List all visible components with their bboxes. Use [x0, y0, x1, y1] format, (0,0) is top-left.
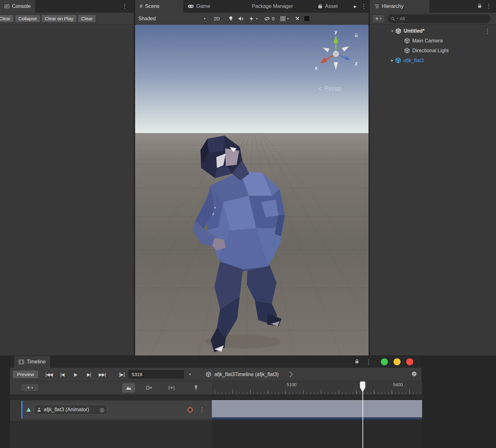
scene-audio-toggle[interactable]: [238, 16, 244, 21]
add-object-button[interactable]: + ▾: [372, 15, 384, 23]
scene-toolbar: Shaded ▾ 2D ▾ 0 ▾: [135, 13, 369, 25]
scene-tools-button[interactable]: [295, 16, 300, 21]
grid-settings-dropdown[interactable]: ▾: [280, 16, 289, 21]
traffic-light-red[interactable]: [406, 358, 413, 365]
camera-preview-swatch[interactable]: [304, 16, 309, 21]
tab-asset-store[interactable]: Asset: [313, 0, 351, 13]
hierarchy-item-main-camera[interactable]: Main Camera: [370, 36, 496, 46]
animation-track-row[interactable]: afjk_flat3 (Animator) ◎ ⋮: [21, 401, 212, 419]
tab-hierarchy[interactable]: Hierarchy: [370, 0, 429, 13]
gizmo-z-label: z: [355, 61, 357, 66]
view-mode-arrow-icon: <: [318, 85, 322, 92]
animation-clip-footer: [212, 417, 422, 420]
hierarchy-lock-icon[interactable]: [477, 3, 482, 10]
add-track-button[interactable]: + ▾: [21, 383, 39, 392]
search-filter-arrow-icon[interactable]: ▾: [397, 17, 398, 20]
hierarchy-search-input[interactable]: [400, 16, 487, 21]
clear-secondary-button[interactable]: Clear: [78, 15, 96, 22]
console-log-area[interactable]: [0, 25, 134, 355]
clear-button[interactable]: Clear: [0, 15, 14, 22]
preview-toggle-button[interactable]: Preview: [12, 370, 39, 379]
next-frame-button[interactable]: ▶|: [82, 370, 95, 379]
animation-clip[interactable]: [212, 400, 422, 417]
timeline-window: Timeline ⋮ Preview |◀◀ |◀ ▶ ▶| ▶▶| [▶] ▾…: [10, 355, 422, 448]
view-mode-text: Persp: [324, 85, 341, 92]
play-range-toggle[interactable]: [▶]: [115, 370, 128, 379]
object-picker-icon[interactable]: ◎: [100, 406, 104, 413]
curves-view-toggle[interactable]: [122, 383, 135, 393]
scene-lighting-toggle[interactable]: [229, 16, 233, 22]
traffic-light-yellow[interactable]: [394, 358, 401, 365]
timeline-settings-button[interactable]: [411, 371, 417, 378]
timeline-titlebar-controls: ⋮: [355, 356, 421, 368]
hierarchy-item-directional-light[interactable]: Directional Light: [370, 46, 496, 55]
timeline-clip-lane: [212, 400, 422, 421]
timeline-breadcrumb[interactable]: afjk_flat3Timeline (afjk_flat3): [206, 371, 292, 377]
animator-icon: [37, 407, 42, 412]
timeline-ruler[interactable]: 5100 5400: [212, 381, 422, 394]
collapse-button[interactable]: Collapse: [15, 15, 40, 22]
go-to-start-button[interactable]: |◀◀: [42, 370, 55, 379]
timeline-lock-icon[interactable]: [355, 359, 359, 365]
tools-icon: [295, 16, 300, 21]
scene-root-label: Untitled*: [404, 28, 425, 34]
timeline-separator: [10, 394, 422, 400]
frame-options-arrow-icon[interactable]: ▾: [189, 372, 191, 376]
more-tabs-icon[interactable]: ▶: [351, 0, 359, 13]
expand-arrow-icon[interactable]: ▶: [389, 58, 395, 62]
pin-icon: [194, 385, 198, 390]
tab-asset-store-label: Asset: [325, 3, 338, 9]
track-menu-icon[interactable]: ⋮: [197, 406, 207, 413]
console-menu-icon[interactable]: ⋮: [120, 3, 129, 10]
track-binding-field[interactable]: afjk_flat3 (Animator) ◎: [34, 405, 107, 415]
scene-menu-icon[interactable]: ⋮: [359, 0, 369, 13]
unity-editor: { "glyphs": { "kebab": "⋮", "dropdown": …: [0, 0, 496, 448]
shading-mode-label: Shaded: [138, 16, 156, 22]
bag-icon: [318, 4, 323, 9]
ruler-label: 5400: [393, 382, 403, 387]
hierarchy-menu-icon[interactable]: ⋮: [484, 3, 493, 10]
unity-scene-icon: [395, 28, 401, 34]
previous-frame-button[interactable]: |◀: [55, 370, 69, 379]
ruler-ticks: [215, 390, 422, 394]
tab-timeline[interactable]: Timeline: [14, 356, 50, 368]
play-button[interactable]: ▶: [69, 370, 82, 379]
collapse-arrow-icon[interactable]: ▼: [389, 29, 395, 33]
gizmo-y-label: y: [335, 29, 337, 35]
tab-package-manager[interactable]: Package Manager: [232, 0, 313, 13]
2d-toggle[interactable]: 2D: [214, 16, 220, 21]
hierarchy-search-box[interactable]: ▾: [388, 15, 490, 23]
hidden-objects-toggle[interactable]: 0: [264, 16, 274, 21]
timeline-menu-icon[interactable]: ⋮: [364, 358, 373, 365]
cube-icon: [206, 371, 212, 377]
grid-icon: [280, 16, 285, 21]
scene-root-menu-icon[interactable]: ⋮: [483, 28, 492, 35]
scene-viewport[interactable]: y x z < Persp: [135, 25, 369, 355]
scene-lock-icon[interactable]: [354, 33, 359, 39]
playhead-line: [362, 382, 363, 448]
hierarchy-tree: ▼ Untitled* ⋮ Main Camera Directional Li…: [370, 25, 496, 65]
clear-on-play-button[interactable]: Clear on Play: [41, 15, 77, 22]
record-toggle[interactable]: [187, 407, 193, 413]
tab-scene[interactable]: # Scene: [135, 0, 183, 13]
scene-panel: # Scene Game Package Manager Asset ▶ ⋮ S…: [135, 0, 369, 355]
hierarchy-item-label: afjk_flat3: [403, 58, 424, 63]
current-frame-field[interactable]: [128, 370, 184, 379]
shading-mode-dropdown[interactable]: Shaded ▾: [135, 16, 209, 22]
view-mode-label[interactable]: < Persp: [318, 85, 341, 92]
edit-mode-ripple-button[interactable]: [165, 383, 178, 393]
clip-lane-empty-area[interactable]: [212, 421, 422, 448]
scene-render: y x z: [135, 25, 369, 355]
tab-game[interactable]: Game: [183, 0, 232, 13]
tab-console[interactable]: Console: [0, 0, 35, 13]
track-list-empty-area[interactable]: [10, 421, 212, 448]
edit-mode-mix-button[interactable]: [143, 383, 156, 393]
markers-toggle[interactable]: [190, 383, 202, 393]
hierarchy-item-afjk-flat3[interactable]: ▶ afjk_flat3: [370, 55, 496, 65]
chevron-down-icon: ▾: [380, 17, 382, 20]
traffic-light-green[interactable]: [381, 358, 388, 365]
tab-package-manager-label: Package Manager: [252, 3, 293, 9]
scene-root-row[interactable]: ▼ Untitled* ⋮: [370, 26, 496, 36]
go-to-end-button[interactable]: ▶▶|: [95, 370, 109, 379]
scene-fx-dropdown[interactable]: ▾: [249, 16, 258, 21]
